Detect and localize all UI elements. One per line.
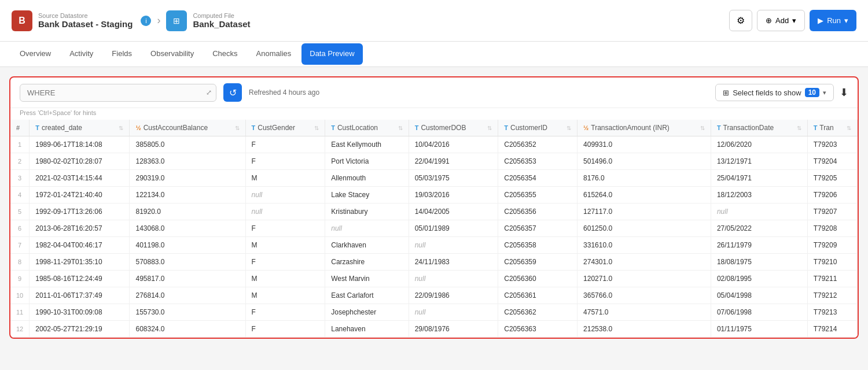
tab-anomalies[interactable]: Anomalies <box>248 43 300 65</box>
table-cell: 26/11/1979 <box>711 237 807 254</box>
table-cell: F <box>245 254 325 271</box>
tab-checks[interactable]: Checks <box>204 43 245 65</box>
tab-fields[interactable]: Fields <box>104 43 140 65</box>
table-header-row: # T created_date ⇅ ½ CustAccountBala <box>10 120 858 136</box>
table-cell: 8176.0 <box>578 170 711 187</box>
table-row: 122002-05-27T21:29:19608324.0FLanehaven2… <box>10 321 858 338</box>
table-cell: 24/11/1983 <box>409 254 498 271</box>
table-cell: C2056362 <box>498 304 578 321</box>
table-cell: 615264.0 <box>578 187 711 204</box>
select-fields-button[interactable]: ⊞ Select fields to show 10 ▾ <box>715 84 834 101</box>
table-row: 21980-02-02T10:28:07128363.0FPort Victor… <box>10 153 858 170</box>
table-cell: 7 <box>10 237 30 254</box>
table-cell: 570883.0 <box>130 254 245 271</box>
table-cell: East Carlafort <box>325 287 409 304</box>
sort-cust-location[interactable]: ⇅ <box>398 125 403 131</box>
table-cell: C2056356 <box>498 204 578 220</box>
table-cell: C2056363 <box>498 321 578 338</box>
tab-overview[interactable]: Overview <box>12 43 59 65</box>
table-cell: T79205 <box>807 170 857 187</box>
table-cell: F <box>245 153 325 170</box>
data-panel: ⤢ ↺ Refreshed 4 hours ago ⊞ Select field… <box>9 76 859 339</box>
table-cell: 120271.0 <box>578 271 711 287</box>
source-title: Bank Dataset - Staging <box>38 19 133 29</box>
table-cell: 19/03/2016 <box>409 187 498 204</box>
table-cell: 07/06/1998 <box>711 304 807 321</box>
table-cell: null <box>409 237 498 254</box>
table-cell: 2011-01-06T17:37:49 <box>30 287 130 304</box>
table-cell: 3 <box>10 170 30 187</box>
table-cell: Port Victoria <box>325 153 409 170</box>
panel-toolbar: ⤢ ↺ Refreshed 4 hours ago ⊞ Select field… <box>10 77 858 108</box>
table-cell: 601250.0 <box>578 220 711 237</box>
sort-customer-id[interactable]: ⇅ <box>567 125 571 131</box>
table-cell: 22/09/1986 <box>409 287 498 304</box>
add-label: Add <box>775 16 789 25</box>
table-cell: F <box>245 321 325 338</box>
data-table-wrapper: # T created_date ⇅ ½ CustAccountBala <box>10 120 858 338</box>
table-cell: T79206 <box>807 187 857 204</box>
table-cell: T79203 <box>807 136 857 153</box>
table-cell: C2056352 <box>498 136 578 153</box>
table-cell: M <box>245 237 325 254</box>
table-cell: 1990-10-31T00:09:08 <box>30 304 130 321</box>
table-cell: 401198.0 <box>130 237 245 254</box>
sort-tran[interactable]: ⇅ <box>847 125 851 131</box>
table-cell: M <box>245 287 325 304</box>
col-header-cust-gender: T CustGender ⇅ <box>245 120 325 136</box>
table-cell: F <box>245 136 325 153</box>
table-cell: null <box>325 220 409 237</box>
table-cell: Allenmouth <box>325 170 409 187</box>
download-button[interactable]: ⬇ <box>840 86 848 99</box>
table-cell: null <box>409 304 498 321</box>
table-row: 91985-08-16T12:24:49495817.0MWest Marvin… <box>10 271 858 287</box>
col-type-numeric2: ½ <box>583 124 589 131</box>
table-cell: 10 <box>10 287 30 304</box>
refresh-button[interactable]: ↺ <box>223 83 242 102</box>
sort-transaction-amount[interactable]: ⇅ <box>700 125 705 131</box>
table-cell: 1992-09-17T13:26:06 <box>30 204 130 220</box>
data-table: # T created_date ⇅ ½ CustAccountBala <box>10 120 858 338</box>
table-cell: 2002-05-27T21:29:19 <box>30 321 130 338</box>
tab-data-preview[interactable]: Data Preview <box>301 43 362 65</box>
sort-customer-dob[interactable]: ⇅ <box>487 125 492 131</box>
where-input[interactable] <box>20 84 216 102</box>
fields-dropdown-icon: ▾ <box>823 89 826 97</box>
settings-button[interactable]: ⚙ <box>729 10 752 31</box>
breadcrumb: B Source Datastore Bank Dataset - Stagin… <box>12 10 251 31</box>
add-button[interactable]: ⊕ Add ▾ <box>757 10 805 31</box>
table-cell: 8 <box>10 254 30 271</box>
sort-cust-gender[interactable]: ⇅ <box>314 125 319 131</box>
table-cell: Lake Stacey <box>325 187 409 204</box>
table-cell: 18/08/1975 <box>711 254 807 271</box>
header-actions: ⚙ ⊕ Add ▾ ▶ Run ▾ <box>729 10 856 31</box>
table-cell: 18/12/2003 <box>711 187 807 204</box>
sort-transaction-date[interactable]: ⇅ <box>797 125 801 131</box>
table-cell: 290319.0 <box>130 170 245 187</box>
table-cell: 608324.0 <box>130 321 245 338</box>
table-cell: 365766.0 <box>578 287 711 304</box>
table-cell: 1 <box>10 136 30 153</box>
sort-created-date[interactable]: ⇅ <box>119 125 123 131</box>
tab-observability[interactable]: Observability <box>142 43 202 65</box>
computed-title: Bank_Dataset <box>193 19 250 29</box>
sort-cust-balance[interactable]: ⇅ <box>235 125 240 131</box>
table-row: 71982-04-04T00:46:17401198.0MClarkhavenn… <box>10 237 858 254</box>
table-cell: 409931.0 <box>578 136 711 153</box>
run-button[interactable]: ▶ Run ▾ <box>810 10 856 31</box>
table-cell: M <box>245 271 325 287</box>
hint-text: Press 'Ctrl+Space' for hints <box>10 108 858 120</box>
table-cell: 10/04/2016 <box>409 136 498 153</box>
table-cell: 1998-11-29T01:35:10 <box>30 254 130 271</box>
tab-activity[interactable]: Activity <box>61 43 101 65</box>
table-cell: C2056359 <box>498 254 578 271</box>
source-info-icon[interactable]: i <box>141 16 151 26</box>
expand-button[interactable]: ⤢ <box>206 88 212 97</box>
table-cell: 331610.0 <box>578 237 711 254</box>
run-label: Run <box>827 16 841 25</box>
table-cell: 5 <box>10 204 30 220</box>
table-cell: T79208 <box>807 220 857 237</box>
table-row: 51992-09-17T13:26:0681920.0nullKristinab… <box>10 204 858 220</box>
col-header-created-date: T created_date ⇅ <box>30 120 130 136</box>
table-cell: 47571.0 <box>578 304 711 321</box>
